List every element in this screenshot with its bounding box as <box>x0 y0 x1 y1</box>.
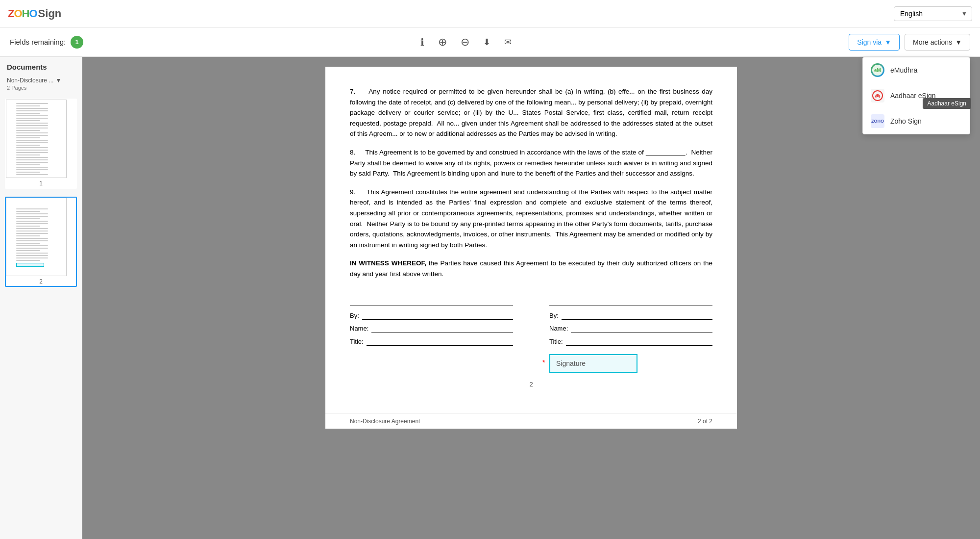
sign-via-dropdown: eM eMudhra Aadhaar eSign ZOHO Zoho Sign <box>862 57 970 134</box>
doc-area: 7. Any notice required or permitted to b… <box>82 57 980 539</box>
language-select[interactable]: English French German Spanish <box>894 6 972 21</box>
toolbar: Fields remaining: 1 ℹ ⊕ ⊖ ⬇ ✉ Sign via ▼… <box>0 27 980 57</box>
sig-title-line-right <box>566 338 712 346</box>
logo-area: ZOHO Sign <box>8 7 61 20</box>
logo-o1: O <box>14 7 22 20</box>
sig-name-line-left <box>371 325 513 333</box>
doc-footer: Non-Disclosure Agreement 2 of 2 <box>325 413 737 429</box>
dropdown-item-emudhra[interactable]: eM eMudhra <box>863 57 970 83</box>
thumb-line <box>16 216 48 217</box>
thumb-line <box>16 164 40 165</box>
sig-name-label-left: Name: <box>350 324 368 334</box>
main-layout: Documents Non-Disclosure ... ▼ 2 Pages <box>0 57 980 539</box>
language-select-wrapper[interactable]: English French German Spanish ▼ <box>894 6 972 21</box>
page-thumb-1-label: 1 <box>6 179 76 188</box>
page-thumb-1[interactable]: 1 <box>5 99 77 189</box>
logo-zoho: ZOHO <box>8 7 37 20</box>
zoho-sign-icon: ZOHO <box>871 114 884 128</box>
sig-title-right: Title: <box>549 337 712 347</box>
sig-indicator <box>16 263 44 267</box>
thumb-line <box>16 174 48 175</box>
thumb-line <box>16 162 48 163</box>
email-icon: ✉ <box>504 37 512 48</box>
thumb-line <box>16 140 48 141</box>
sig-name-label-right: Name: <box>549 324 568 334</box>
thumb-line <box>16 233 48 234</box>
witness-text: IN WITNESS WHEREOF, <box>350 259 426 267</box>
more-actions-chevron: ▼ <box>955 38 962 46</box>
sig-title-label-right: Title: <box>549 337 563 347</box>
page-thumb-1-lines <box>12 100 60 178</box>
zoom-in-button[interactable]: ⊕ <box>436 34 449 51</box>
thumb-line <box>16 211 40 212</box>
signature-box[interactable]: Signature <box>549 354 637 373</box>
download-button[interactable]: ⬇ <box>481 35 492 50</box>
fields-badge: 1 <box>71 36 83 49</box>
thumb-line <box>16 115 48 116</box>
page-thumb-1-inner <box>6 100 67 178</box>
thumb-line <box>16 213 48 214</box>
aadhaar-svg <box>871 89 884 103</box>
doc-page: 7. Any notice required or permitted to b… <box>325 67 737 413</box>
sig-by-right: By: <box>549 311 712 321</box>
thumb-line <box>16 172 40 173</box>
zoom-in-icon: ⊕ <box>438 36 447 49</box>
sidebar: Documents Non-Disclosure ... ▼ 2 Pages <box>0 57 82 539</box>
header-right: English French German Spanish ▼ <box>894 6 972 21</box>
thumb-line <box>16 253 48 254</box>
more-actions-button[interactable]: More actions ▼ <box>905 34 970 51</box>
sig-by-label-left: By: <box>350 311 359 321</box>
sidebar-doc-name: Non-Disclosure ... ▼ <box>0 75 82 85</box>
logo-o2: O <box>29 7 37 20</box>
download-icon: ⬇ <box>483 37 490 48</box>
footer-right: 2 of 2 <box>698 418 712 425</box>
sig-title-label-left: Title: <box>350 337 364 347</box>
thumb-line <box>16 248 48 249</box>
para-8: 8. This Agreement is to be governed by a… <box>350 147 712 179</box>
sign-via-label: Sign via <box>857 38 882 46</box>
zoom-out-button[interactable]: ⊖ <box>459 34 471 51</box>
thumb-line <box>16 223 48 224</box>
thumb-line <box>16 240 48 241</box>
emudhra-icon: eM <box>871 63 884 77</box>
aadhaar-icon <box>871 89 884 103</box>
para-9-num: 9. <box>350 188 355 196</box>
email-button[interactable]: ✉ <box>502 35 514 50</box>
para-9: 9. This Agreement constitutes the entire… <box>350 187 712 251</box>
thumb-line <box>16 159 48 160</box>
required-asterisk: * <box>542 357 545 368</box>
logo: ZOHO Sign <box>8 7 61 20</box>
aadhaar-tooltip: Aadhaar eSign <box>923 98 971 109</box>
sig-by-label-right: By: <box>549 311 559 321</box>
thumb-line <box>16 142 48 143</box>
info-button[interactable]: ℹ <box>418 34 426 50</box>
thumb-line <box>16 123 48 124</box>
sidebar-title: Documents <box>0 63 82 75</box>
info-icon: ℹ <box>420 36 424 48</box>
thumb-line <box>16 103 48 104</box>
thumb-line <box>16 154 40 155</box>
page-thumb-2-label: 2 <box>6 277 76 286</box>
thumb-line <box>16 120 40 121</box>
thumb-line <box>16 169 48 170</box>
thumb-line <box>16 147 48 148</box>
thumb-line <box>16 228 48 229</box>
page-thumb-2[interactable]: 2 <box>5 197 77 287</box>
thumb-line <box>16 257 48 258</box>
page-thumb-2-inner <box>6 198 67 276</box>
thumb-line <box>16 243 40 244</box>
sig-by-line-left <box>362 312 513 320</box>
logo-sign: Sign <box>38 7 62 20</box>
dropdown-item-zoho[interactable]: ZOHO Zoho Sign <box>863 108 970 134</box>
more-actions-label: More actions <box>913 38 952 46</box>
zoom-out-icon: ⊖ <box>461 36 469 49</box>
sig-block-left: By: Name: Title: <box>350 294 513 373</box>
thumb-line <box>16 125 48 126</box>
sign-via-button[interactable]: Sign via ▼ <box>849 34 900 51</box>
logo-z: Z <box>8 7 14 20</box>
sig-section: By: Name: Title: By: <box>350 294 712 373</box>
sign-via-chevron: ▼ <box>884 38 891 46</box>
sidebar-pages: 2 Pages <box>0 85 82 95</box>
thumb-line <box>16 157 48 158</box>
page-thumb-2-lines <box>12 202 60 272</box>
